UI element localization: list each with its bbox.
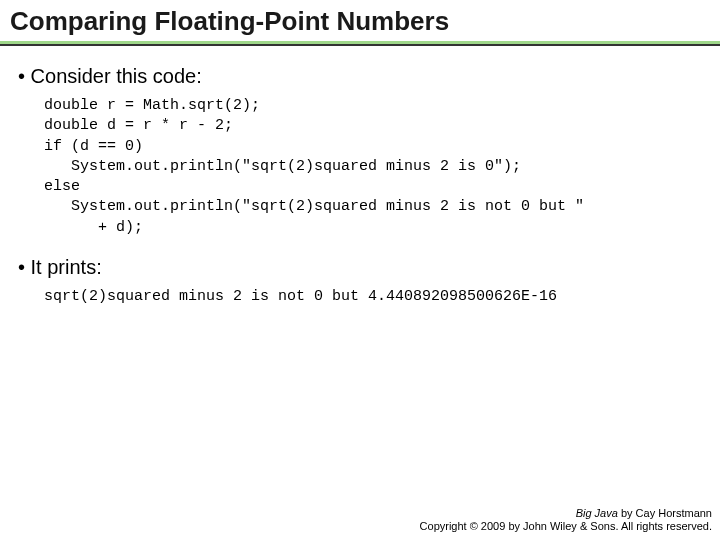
slide-title: Comparing Floating-Point Numbers [10,6,710,37]
footer-copyright: Copyright © 2009 by John Wiley & Sons. A… [420,520,712,534]
title-underline [0,41,720,47]
footer-author: by Cay Horstmann [618,507,712,519]
slide-content: Consider this code: double r = Math.sqrt… [0,65,720,307]
footer-line-1: Big Java by Cay Horstmann [420,507,712,521]
title-bar: Comparing Floating-Point Numbers [0,0,720,41]
bullet-prints: It prints: [18,256,702,279]
footer-book: Big Java [576,507,618,519]
slide-footer: Big Java by Cay Horstmann Copyright © 20… [420,507,712,535]
code-block-1: double r = Math.sqrt(2); double d = r * … [44,96,702,238]
bullet-consider: Consider this code: [18,65,702,88]
code-output: sqrt(2)squared minus 2 is not 0 but 4.44… [44,287,702,307]
